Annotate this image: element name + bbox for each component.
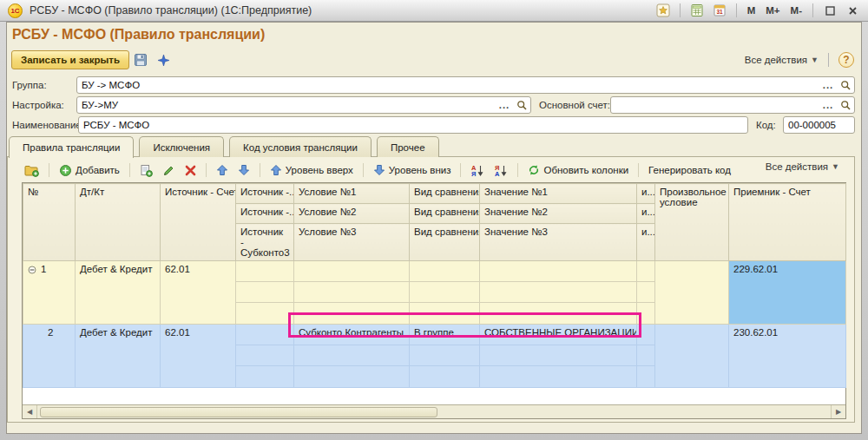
col-header-target-account: Приемник - Счет (729, 184, 846, 261)
save-and-close-button[interactable]: Записать и закрыть (11, 50, 129, 69)
col-header-compare-2: Вид сравнения (410, 204, 480, 224)
generate-code-button[interactable]: Генерировать код (646, 163, 733, 177)
cell-custom-condition[interactable] (655, 261, 729, 325)
calendar-icon[interactable]: 31 (711, 3, 728, 19)
browse-button[interactable]: ... (819, 100, 837, 110)
cell-empty[interactable] (236, 282, 294, 303)
cell-empty[interactable] (410, 345, 480, 366)
plus-circle-icon (59, 164, 72, 177)
cell-empty[interactable] (480, 282, 637, 303)
main-account-field[interactable]: ... (610, 96, 855, 114)
chevron-down-icon: ▼ (832, 162, 839, 171)
cell-source-subconto[interactable] (236, 325, 294, 345)
magnifier-icon[interactable] (837, 100, 854, 111)
memory-minus-button[interactable]: M- (788, 3, 805, 19)
cell-compare-1[interactable]: В группе (410, 325, 480, 345)
close-icon[interactable] (844, 3, 861, 19)
tab-translation-rules[interactable]: Правила трансляции (9, 136, 134, 158)
sort-descending-button[interactable]: ЯА (491, 162, 510, 179)
col-header-custom-condition: Произвольное условие (655, 184, 729, 261)
cell-empty[interactable] (236, 366, 294, 388)
code-field[interactable]: 00-000005 (783, 116, 855, 134)
browse-button[interactable]: ... (496, 100, 513, 110)
cell-dtkt[interactable]: Дебет & Кредит (76, 325, 161, 388)
cell-value-1[interactable]: СОБСТВЕННЫЕ ОРГАНИЗАЦИИ (480, 325, 637, 345)
tab-exceptions[interactable]: Исключения (139, 136, 224, 157)
cell-empty[interactable] (410, 303, 480, 325)
cell-empty[interactable] (410, 261, 480, 282)
cell-source-account[interactable]: 62.01 (161, 261, 236, 325)
sparkle-icon[interactable] (154, 50, 173, 69)
tab-translation-condition-code[interactable]: Код условия трансляции (229, 136, 372, 157)
cell-empty[interactable] (480, 303, 637, 325)
calculator-icon[interactable] (688, 3, 706, 19)
cell-empty[interactable] (410, 282, 480, 303)
memory-button[interactable]: M (745, 3, 759, 19)
cell-empty[interactable] (637, 303, 655, 325)
cell-num[interactable]: 2 (23, 325, 76, 388)
app-logo-icon[interactable]: 1С (8, 3, 23, 18)
add-group-button[interactable] (22, 162, 42, 179)
setting-field[interactable]: БУ->МУ ... (76, 96, 531, 114)
cell-condition-1[interactable]: Субконто.Контрагенты (294, 325, 410, 345)
cell-dtkt[interactable]: Дебет & Кредит (76, 261, 161, 325)
favorites-icon[interactable] (654, 3, 672, 19)
collapse-icon[interactable] (28, 266, 36, 274)
maximize-icon[interactable] (821, 3, 838, 19)
cell-empty[interactable] (637, 261, 655, 282)
cell-empty[interactable] (637, 345, 655, 366)
cell-num[interactable]: 1 (23, 261, 76, 325)
memory-plus-button[interactable]: M+ (763, 3, 782, 19)
cell-empty[interactable] (236, 345, 294, 366)
cell-empty[interactable] (480, 345, 637, 366)
cell-empty[interactable] (637, 366, 655, 388)
magnifier-icon[interactable] (837, 80, 854, 91)
col-header-source-1: Источник -... (236, 184, 294, 204)
help-button[interactable]: ? (838, 52, 854, 68)
scroll-right-icon[interactable]: ▶ (831, 405, 845, 418)
edit-row-button[interactable] (160, 162, 178, 179)
level-down-button[interactable]: Уровень вниз (371, 162, 454, 178)
cell-empty[interactable] (294, 303, 410, 325)
scroll-left-icon[interactable]: ◀ (23, 405, 37, 418)
cell-empty[interactable] (236, 303, 294, 325)
move-up-button[interactable] (214, 162, 231, 178)
cell-target-account[interactable]: 230.62.01 (729, 325, 846, 388)
add-row-button[interactable]: Добавить (56, 162, 122, 179)
cell-empty[interactable] (637, 282, 655, 303)
cell-target-account[interactable]: 229.62.01 (729, 261, 846, 325)
cell-empty[interactable] (236, 261, 294, 282)
grid-all-actions-button[interactable]: Все действия▼ (766, 161, 839, 172)
name-label: Наименование: (12, 116, 84, 134)
cell-empty[interactable] (294, 282, 410, 303)
browse-button[interactable]: ... (819, 80, 837, 90)
delete-row-button[interactable] (182, 163, 199, 178)
copy-row-button[interactable] (137, 162, 155, 179)
cell-empty[interactable] (637, 325, 655, 345)
name-field[interactable]: РСБУ - МСФО (78, 116, 748, 134)
level-up-button[interactable]: Уровень вверх (267, 162, 356, 178)
move-down-button[interactable] (235, 162, 253, 178)
group-field[interactable]: БУ -> МСФО ... (76, 76, 855, 94)
scrollbar-thumb[interactable] (40, 407, 437, 417)
sort-ascending-button[interactable]: АЯ (468, 162, 487, 179)
tab-other[interactable]: Прочее (377, 136, 439, 157)
cell-source-account[interactable]: 62.01 (161, 325, 236, 388)
horizontal-scrollbar[interactable]: ◀ ▶ (23, 404, 845, 418)
cell-custom-condition[interactable] (655, 325, 729, 388)
cell-empty[interactable] (410, 366, 480, 388)
col-header-value-3: Значение №3 (480, 224, 637, 261)
tab-bar: Правила трансляции Исключения Код услови… (9, 136, 439, 158)
all-actions-button[interactable]: Все действия▼ (745, 55, 819, 65)
save-icon[interactable] (131, 50, 150, 69)
cell-empty[interactable] (294, 345, 410, 366)
magnifier-icon[interactable] (513, 100, 530, 111)
cell-empty[interactable] (480, 366, 637, 388)
cell-empty[interactable] (294, 366, 410, 388)
cell-empty[interactable] (480, 261, 637, 282)
grid-toolbar: Добавить Уровень вверх Уровень вниз АЯ Я… (22, 160, 846, 181)
refresh-columns-button[interactable]: Обновить колонки (525, 162, 631, 178)
cell-empty[interactable] (294, 261, 410, 282)
col-header-condition-2: Условие №2 (294, 204, 410, 224)
col-header-value-1: Значение №1 (480, 184, 637, 204)
